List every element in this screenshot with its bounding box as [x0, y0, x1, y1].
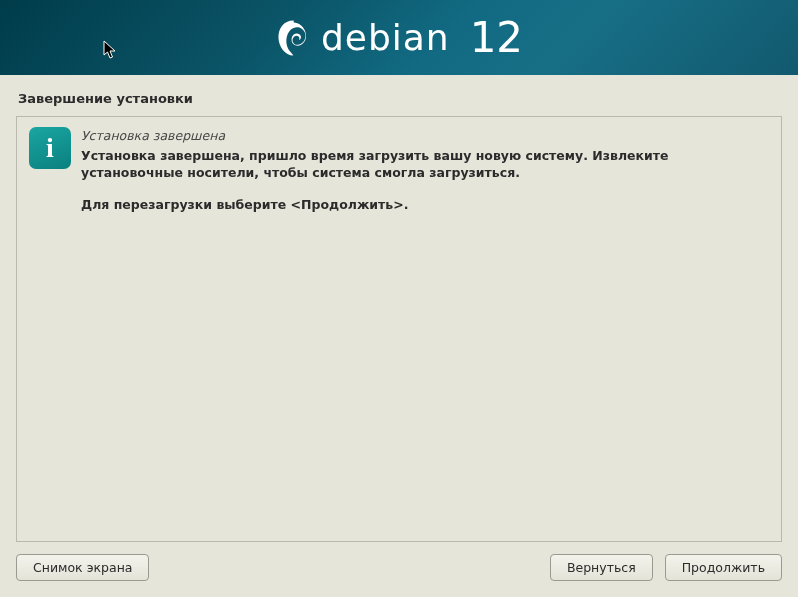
- panel-heading: Установка завершена: [81, 127, 769, 145]
- info-panel: i Установка завершена Установка завершен…: [16, 116, 782, 542]
- panel-text: Установка завершена Установка завершена,…: [81, 127, 769, 213]
- right-buttons: Вернуться Продолжить: [550, 554, 782, 581]
- panel-action-hint: Для перезагрузки выберите <Продолжить>.: [81, 196, 769, 214]
- content-wrapper: Завершение установки i Установка заверше…: [0, 75, 798, 597]
- brand-name: debian: [321, 17, 450, 58]
- back-button[interactable]: Вернуться: [550, 554, 653, 581]
- continue-button[interactable]: Продолжить: [665, 554, 782, 581]
- panel-body: Установка завершена, пришло время загруз…: [81, 147, 769, 182]
- screenshot-button[interactable]: Снимок экрана: [16, 554, 149, 581]
- brand-row: debian 12: [275, 13, 523, 62]
- page-title: Завершение установки: [16, 91, 782, 106]
- cursor-icon: [103, 40, 117, 60]
- button-row: Снимок экрана Вернуться Продолжить: [16, 542, 782, 581]
- header-banner: debian 12: [0, 0, 798, 75]
- debian-swirl-icon: [275, 17, 309, 59]
- info-icon: i: [29, 127, 71, 169]
- version-number: 12: [470, 13, 523, 62]
